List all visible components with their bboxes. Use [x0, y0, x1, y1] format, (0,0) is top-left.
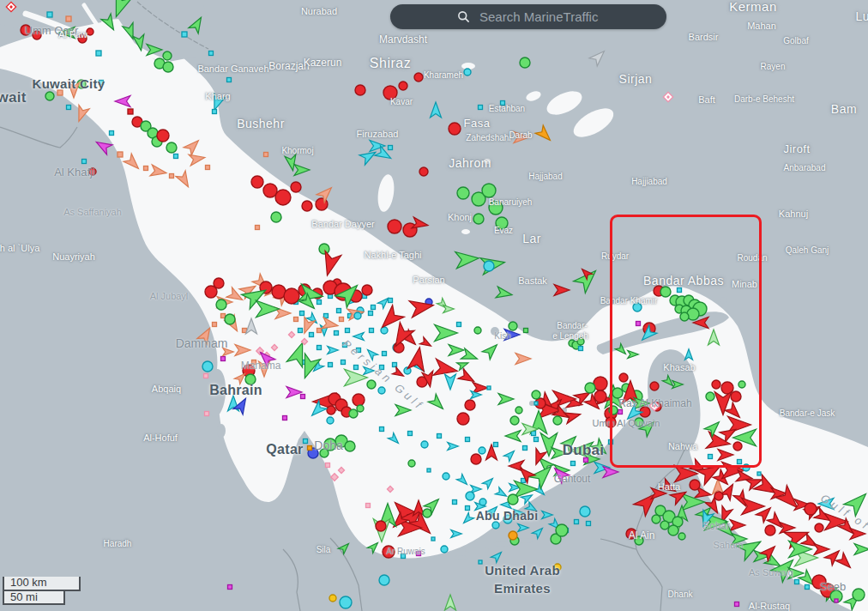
- ship-marker[interactable]: [66, 16, 71, 21]
- ship-marker[interactable]: [471, 454, 481, 464]
- ship-marker[interactable]: [182, 32, 187, 37]
- ship-marker[interactable]: [757, 472, 761, 475]
- ship-marker[interactable]: [633, 303, 642, 312]
- ship-marker[interactable]: [389, 299, 393, 303]
- ship-marker[interactable]: [487, 386, 491, 390]
- ship-marker[interactable]: [805, 585, 810, 590]
- ship-marker[interactable]: [765, 525, 775, 535]
- ship-marker[interactable]: [479, 447, 485, 454]
- ship-marker[interactable]: [291, 182, 301, 192]
- ship-marker[interactable]: [660, 287, 671, 297]
- ship-marker[interactable]: [329, 595, 336, 602]
- ship-marker[interactable]: [706, 392, 714, 401]
- ship-marker[interactable]: [473, 214, 484, 224]
- ship-marker[interactable]: [245, 374, 256, 384]
- ship-marker[interactable]: [329, 363, 333, 367]
- ship-marker[interactable]: [618, 410, 623, 414]
- ship-marker[interactable]: [678, 288, 682, 293]
- ship-marker[interactable]: [345, 441, 355, 451]
- ship-marker[interactable]: [457, 413, 469, 425]
- ship-marker[interactable]: [479, 499, 486, 505]
- ship-marker[interactable]: [378, 387, 385, 394]
- ship-marker[interactable]: [575, 520, 579, 524]
- ship-marker[interactable]: [556, 524, 568, 536]
- ship-marker[interactable]: [554, 564, 561, 571]
- ship-marker[interactable]: [170, 174, 174, 178]
- ship-marker[interactable]: [584, 458, 588, 463]
- ship-marker[interactable]: [577, 338, 584, 345]
- ship-marker[interactable]: [216, 299, 226, 310]
- ship-marker[interactable]: [47, 12, 52, 17]
- ship-marker[interactable]: [401, 554, 406, 559]
- ship-marker[interactable]: [304, 439, 308, 444]
- ship-marker[interactable]: [457, 323, 461, 327]
- ship-marker[interactable]: [594, 390, 606, 402]
- ship-marker[interactable]: [99, 81, 104, 85]
- ship-marker[interactable]: [484, 261, 494, 271]
- ship-marker[interactable]: [317, 329, 322, 333]
- ship-marker[interactable]: [275, 190, 291, 205]
- ship-marker[interactable]: [300, 312, 304, 316]
- ship-marker[interactable]: [340, 318, 344, 322]
- ship-marker[interactable]: [408, 460, 415, 467]
- ship-marker[interactable]: [680, 312, 689, 321]
- ship-marker[interactable]: [815, 523, 823, 532]
- ship-marker[interactable]: [82, 160, 87, 164]
- ship-marker[interactable]: [206, 166, 210, 170]
- marinetraffic-map[interactable]: Umm QasrAl FawKuwait CityKuwaitBandar Ga…: [0, 0, 868, 611]
- ship-marker[interactable]: [213, 110, 217, 114]
- ship-marker[interactable]: [308, 446, 312, 451]
- ship-marker[interactable]: [652, 515, 660, 523]
- ship-marker[interactable]: [383, 86, 397, 100]
- ship-marker[interactable]: [357, 405, 364, 412]
- ship-marker[interactable]: [479, 106, 483, 110]
- ship-marker[interactable]: [89, 168, 96, 175]
- ship-marker[interactable]: [419, 167, 428, 176]
- ship-marker[interactable]: [383, 546, 395, 558]
- ship-marker[interactable]: [128, 109, 133, 114]
- ship-marker[interactable]: [283, 416, 287, 420]
- ship-marker[interactable]: [690, 480, 700, 490]
- ship-marker[interactable]: [532, 390, 540, 399]
- ship-marker[interactable]: [264, 153, 268, 157]
- ship-marker[interactable]: [355, 85, 365, 95]
- ship-marker[interactable]: [302, 201, 312, 211]
- ship-marker[interactable]: [510, 416, 519, 425]
- ship-marker[interactable]: [284, 288, 299, 304]
- ship-marker[interactable]: [371, 306, 376, 310]
- ship-marker[interactable]: [383, 352, 387, 356]
- ship-marker[interactable]: [712, 380, 720, 389]
- ship-marker[interactable]: [21, 25, 31, 35]
- ship-marker[interactable]: [427, 469, 431, 472]
- ship-marker[interactable]: [532, 432, 536, 436]
- ship-marker[interactable]: [524, 329, 528, 333]
- ship-marker[interactable]: [606, 417, 616, 427]
- ship-marker[interactable]: [414, 73, 423, 82]
- ship-marker[interactable]: [619, 373, 628, 382]
- ship-marker[interactable]: [534, 438, 539, 442]
- ship-marker[interactable]: [466, 506, 470, 511]
- ship-marker[interactable]: [324, 314, 329, 318]
- ship-marker[interactable]: [263, 184, 277, 197]
- ship-marker[interactable]: [443, 473, 449, 480]
- ship-marker[interactable]: [380, 427, 384, 432]
- search-input[interactable]: [478, 9, 636, 25]
- ship-marker[interactable]: [668, 525, 678, 535]
- ship-marker[interactable]: [144, 166, 148, 171]
- ship-marker[interactable]: [733, 442, 742, 451]
- ship-marker[interactable]: [271, 212, 281, 222]
- ship-marker[interactable]: [423, 509, 431, 517]
- ship-marker[interactable]: [376, 521, 386, 531]
- ship-marker[interactable]: [534, 402, 538, 405]
- ship-marker[interactable]: [369, 312, 373, 316]
- ship-marker[interactable]: [251, 176, 263, 188]
- ship-marker[interactable]: [256, 226, 260, 230]
- ship-marker[interactable]: [87, 28, 93, 35]
- ship-marker[interactable]: [118, 152, 123, 157]
- ship-marker[interactable]: [362, 285, 372, 295]
- ship-marker[interactable]: [553, 416, 562, 425]
- ship-marker[interactable]: [166, 142, 177, 153]
- ship-marker[interactable]: [357, 348, 361, 353]
- ship-marker[interactable]: [520, 57, 530, 68]
- ship-marker[interactable]: [370, 329, 374, 333]
